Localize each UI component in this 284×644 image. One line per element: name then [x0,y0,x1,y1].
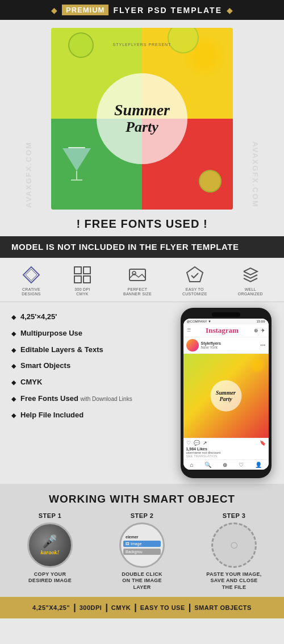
feature-free-fonts-text: Free Fonts Used with Download Links [20,394,132,404]
icon-organized-label: WELLORGANIZED [238,287,263,297]
feature-multipurpose-text: Multipurpose Use [20,329,82,338]
flyer-title-line2: Party [126,119,158,136]
footer-easy: EASY TO USE [140,604,185,611]
image-icon [127,265,148,285]
feature-help-text: Help File Included [20,411,83,420]
icon-organized: WELLORGANIZED [238,265,263,297]
step2-elemnt-label: elemer [123,535,161,539]
step-3-desc: PASTE YOUR IMAGE,SAVE AND CLOSETHE FILE [206,571,261,591]
feature-smart-objects: ◆ Smart Objects [11,361,173,371]
header: ◆ PREMIUM FLYER PSD TEMPLATE ◆ [0,0,284,20]
step-2-circle: elemer 🖼 Image Backgrou [119,522,165,568]
feature-size-text: 4,25'×4,25' [20,312,57,322]
phone-profile-nav-icon: 👤 [255,462,262,468]
step-2: STEP 2 elemer 🖼 Image Backgrou DOUBLE CL… [98,512,186,591]
phone-bookmark-icon: 🔖 [260,440,266,446]
premium-badge: PREMIUM [62,5,108,15]
steps-row: STEP 1 🎤 karaok! COPY YOURDESIRED IMAGE … [6,512,278,591]
microphone-icon: 🎤 [41,534,60,549]
svg-marker-8 [187,267,203,282]
footer-sep-2: | [105,603,107,613]
flyer-circle: Summer Party [97,73,187,164]
phone-likes: 1,984 Likes [186,447,266,451]
phone-more-icon: ••• [260,342,265,348]
bullet-diamond-icon: ◆ [11,395,16,403]
bullet-diamond-icon: ◆ [11,362,16,370]
customize-icon [185,265,205,285]
footer-sep-4: | [189,603,191,613]
bullet-diamond-icon: ◆ [11,313,16,321]
footer-smart: SMART OBJECTS [194,604,252,611]
icon-dpi-label: 300 DPICMYK [74,287,90,297]
phone-action-icons: ♡ 💬 ↗ 🔖 [186,440,266,446]
phone-bottom-nav: ⌂ 🔍 ⊕ ♡ 👤 [183,459,269,470]
free-fonts-label: ! FREE FONTS USED ! [76,218,207,230]
phone-nav-left-icon: ☰ [187,328,191,333]
header-title: FLYER PSD TEMPLATE [113,6,222,15]
phone-post-image: Summer Party [183,354,269,438]
model-banner-text: MODEL IS NOT INCLUDED IN THE FLYER TEMPL… [11,242,239,252]
model-banner: MODEL IS NOT INCLUDED IN THE FLYER TEMPL… [0,236,284,258]
bullet-diamond-icon: ◆ [11,330,16,337]
phone-profile-row: Styleflyers New York ••• [183,337,269,354]
phone-avatar [186,339,199,352]
diamond-right-icon: ◆ [227,6,233,15]
icons-row: CRATIVEDESIGNS 300 DPICMYK PERFECTBANNER… [0,258,284,302]
phone-nav: ☰ Instagram ⊕ ✈ [183,324,269,337]
phone-status-bar: @COMPANY ▼ 15:09 [183,319,269,324]
step-2-label: STEP 2 [131,512,154,519]
step-1-label: STEP 1 [39,512,62,519]
phone-heart-icon: ♡ [186,440,191,446]
icon-banner: PERFECTBANNER SIZE [123,265,152,297]
smart-object-section: WORKING WITH SMART OBJECT STEP 1 🎤 karao… [0,484,284,597]
step-1-circle: 🎤 karaok! [27,522,73,568]
layers-icon [240,265,261,285]
feature-editable: ◆ Editable Layers & Texts [11,345,173,355]
feature-cmyk: ◆ CMYK [11,378,173,387]
phone-username: Styleflyers [201,341,221,345]
phone-nav-icons: ⊕ ✈ [254,328,265,333]
svg-rect-4 [74,276,81,283]
phone-actions: ♡ 💬 ↗ 🔖 1,984 Likes username not discoun… [183,438,269,459]
svg-rect-2 [74,267,81,274]
empty-circle-icon: ○ [229,536,239,554]
icon-banner-label: PERFECTBANNER SIZE [123,287,152,297]
svg-rect-5 [83,276,90,283]
phone-user-info: Styleflyers New York [201,341,221,349]
phone-compass-icon: ⊕ [254,328,258,333]
step-1: STEP 1 🎤 karaok! COPY YOURDESIRED IMAGE [6,512,94,584]
step2-background-layer: Backgrou [123,549,161,555]
icon-creative-label: CRATIVEDESIGNS [22,287,41,297]
main-content: ◆ 4,25'×4,25' ◆ Multipurpose Use ◆ Edita… [0,302,284,484]
svg-rect-3 [83,267,90,274]
diamond-shape-icon [21,265,41,285]
phone-post-circle: Summer Party [210,380,241,411]
flyer-container: STYLEFLYERS PRESENT Summer Party [0,20,284,210]
footer-sep-3: | [134,603,136,613]
icon-customize-label: EASY TOCUSTOMIZE [182,287,207,297]
phone-comment-icon: 💬 [194,440,200,446]
feature-multipurpose: ◆ Multipurpose Use [11,329,173,338]
phone-notch [212,312,240,317]
feature-free-fonts-sub: with Download Links [80,396,132,402]
feature-cmyk-text: CMYK [20,378,42,387]
feature-smart-objects-text: Smart Objects [20,361,70,371]
bullet-diamond-icon: ◆ [11,346,16,354]
instagram-logo: Instagram [206,326,239,335]
phone-search-icon: 🔍 [204,462,211,468]
phone-area: @COMPANY ▼ 15:09 ☰ Instagram ⊕ ✈ S [173,308,284,478]
free-fonts-banner: ! FREE FONTS USED ! [0,210,284,236]
feature-editable-text: Editable Layers & Texts [20,345,103,355]
step2-image-layer: 🖼 Image [123,541,161,547]
diamond-left-icon: ◆ [51,6,57,15]
step2-layers-inner: elemer 🖼 Image Backgrou [121,533,163,557]
feature-free-fonts: ◆ Free Fonts Used with Download Links [11,394,173,404]
step-3-circle: ○ [211,522,257,568]
flyer-title-line1: Summer [114,102,170,119]
icon-customize: EASY TOCUSTOMIZE [182,265,207,297]
step1-karaoke-label: karaok! [41,549,60,555]
icon-dpi: 300 DPICMYK [72,265,93,297]
phone-mockup: @COMPANY ▼ 15:09 ☰ Instagram ⊕ ✈ S [181,308,272,478]
phone-time: 15:09 [256,320,265,323]
flyer-small-text: STYLEFLYERS PRESENT [113,43,172,47]
